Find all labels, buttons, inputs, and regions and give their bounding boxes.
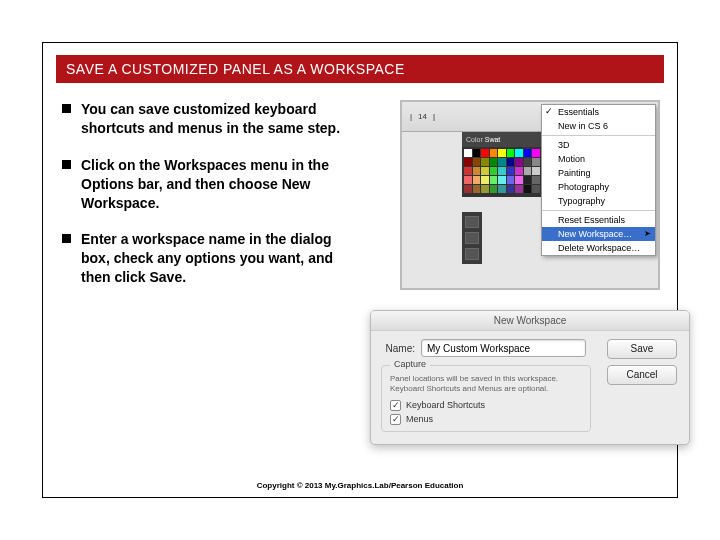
slide-title: SAVE A CUSTOMIZED PANEL AS A WORKSPACE (56, 55, 664, 83)
swatch-cell[interactable] (498, 158, 506, 166)
swatch-cell[interactable] (481, 158, 489, 166)
swatch-cell[interactable] (532, 185, 540, 193)
swatch-cell[interactable] (498, 167, 506, 175)
capture-legend: Capture (390, 359, 430, 369)
swatch-cell[interactable] (507, 176, 515, 184)
menu-separator (542, 210, 655, 211)
new-workspace-dialog: New Workspace Name: My Custom Workspace … (370, 310, 690, 445)
bullet-text: Click on the Workspaces menu in the Opti… (81, 156, 342, 213)
swatch-cell[interactable] (473, 176, 481, 184)
save-button[interactable]: Save (607, 339, 677, 359)
swatch-cell[interactable] (524, 176, 532, 184)
bullet-square-icon (62, 234, 71, 243)
swatch-cell[interactable] (507, 158, 515, 166)
swatch-cell[interactable] (498, 149, 506, 157)
swatch-cell[interactable] (532, 176, 540, 184)
swatch-cell[interactable] (481, 149, 489, 157)
color-tab[interactable]: Color (466, 136, 483, 143)
swatch-cell[interactable] (490, 185, 498, 193)
bullet-square-icon (62, 104, 71, 113)
swatch-cell[interactable] (507, 185, 515, 193)
dialog-title: New Workspace (371, 311, 689, 331)
swatch-cell[interactable] (507, 149, 515, 157)
menus-checkbox[interactable]: ✓ Menus (390, 414, 582, 425)
panel-tabs: Color Swat (462, 132, 542, 147)
swatch-cell[interactable] (490, 149, 498, 157)
checkbox-icon: ✓ (390, 414, 401, 425)
ruler-number: 14 (418, 112, 427, 121)
cursor-icon: ➤ (644, 229, 651, 238)
swatch-cell[interactable] (524, 185, 532, 193)
workspace-menu-screenshot: | 14 | Color Swat Essentials New in CS 6… (400, 100, 660, 290)
swatch-cell[interactable] (464, 149, 472, 157)
swatches-tab[interactable]: Swat (485, 136, 501, 143)
swatch-cell[interactable] (515, 149, 523, 157)
bullet-item: You can save customized keyboard shortcu… (62, 100, 342, 138)
swatch-cell[interactable] (507, 167, 515, 175)
keyboard-shortcuts-checkbox[interactable]: ✓ Keyboard Shortcuts (390, 400, 582, 411)
copyright-text: Copyright © 2013 My.Graphics.Lab/Pearson… (0, 481, 720, 490)
swatch-cell[interactable] (515, 185, 523, 193)
menu-item-3d[interactable]: 3D (542, 138, 655, 152)
capture-group: Capture Panel locations will be saved in… (381, 365, 591, 432)
bullet-square-icon (62, 160, 71, 169)
menu-item-photography[interactable]: Photography (542, 180, 655, 194)
swatch-cell[interactable] (473, 149, 481, 157)
ruler-mark: | (433, 112, 435, 121)
checkbox-label: Menus (406, 414, 433, 424)
swatch-cell[interactable] (481, 185, 489, 193)
swatch-cell[interactable] (464, 167, 472, 175)
swatch-cell[interactable] (490, 167, 498, 175)
menu-item-motion[interactable]: Motion (542, 152, 655, 166)
menu-item-typography[interactable]: Typography (542, 194, 655, 208)
workspace-name-input[interactable]: My Custom Workspace (421, 339, 586, 357)
swatch-cell[interactable] (473, 167, 481, 175)
swatch-cell[interactable] (481, 167, 489, 175)
swatch-cell[interactable] (464, 185, 472, 193)
menu-item-label: New Workspace… (558, 229, 632, 239)
swatch-cell[interactable] (498, 176, 506, 184)
menu-separator (542, 135, 655, 136)
bullet-item: Click on the Workspaces menu in the Opti… (62, 156, 342, 213)
panel-icon[interactable] (465, 216, 479, 228)
checkbox-label: Keyboard Shortcuts (406, 400, 485, 410)
cancel-button[interactable]: Cancel (607, 365, 677, 385)
name-label: Name: (381, 343, 415, 354)
menu-item-new-workspace[interactable]: New Workspace… ➤ (542, 227, 655, 241)
swatch-cell[interactable] (532, 158, 540, 166)
workspace-dropdown-menu: Essentials New in CS 6 3D Motion Paintin… (541, 104, 656, 256)
bullet-text: Enter a workspace name in the dialog box… (81, 230, 342, 287)
panel-icon-strip (462, 212, 482, 264)
swatch-cell[interactable] (524, 167, 532, 175)
panel-icon[interactable] (465, 248, 479, 260)
menu-item-essentials[interactable]: Essentials (542, 105, 655, 119)
ruler-mark: | (410, 112, 412, 121)
menu-item-painting[interactable]: Painting (542, 166, 655, 180)
doc-tab-bar: | 14 | (402, 102, 542, 132)
swatch-cell[interactable] (515, 176, 523, 184)
swatch-cell[interactable] (515, 167, 523, 175)
swatch-cell[interactable] (515, 158, 523, 166)
panel-icon[interactable] (465, 232, 479, 244)
swatch-cell[interactable] (524, 158, 532, 166)
swatch-cell[interactable] (498, 185, 506, 193)
swatch-cell[interactable] (524, 149, 532, 157)
capture-note: Panel locations will be saved in this wo… (390, 374, 582, 395)
bullet-item: Enter a workspace name in the dialog box… (62, 230, 342, 287)
swatch-cell[interactable] (464, 176, 472, 184)
bullet-list: You can save customized keyboard shortcu… (62, 100, 342, 305)
swatch-cell[interactable] (464, 158, 472, 166)
swatch-cell[interactable] (473, 185, 481, 193)
checkbox-icon: ✓ (390, 400, 401, 411)
swatch-cell[interactable] (481, 176, 489, 184)
swatch-cell[interactable] (532, 167, 540, 175)
swatch-cell[interactable] (490, 176, 498, 184)
swatch-cell[interactable] (532, 149, 540, 157)
swatch-cell[interactable] (473, 158, 481, 166)
menu-item-new-in-cs6[interactable]: New in CS 6 (542, 119, 655, 133)
menu-item-reset[interactable]: Reset Essentials (542, 213, 655, 227)
swatches-grid (462, 147, 542, 197)
swatch-cell[interactable] (490, 158, 498, 166)
menu-item-delete-workspace[interactable]: Delete Workspace… (542, 241, 655, 255)
bullet-text: You can save customized keyboard shortcu… (81, 100, 342, 138)
